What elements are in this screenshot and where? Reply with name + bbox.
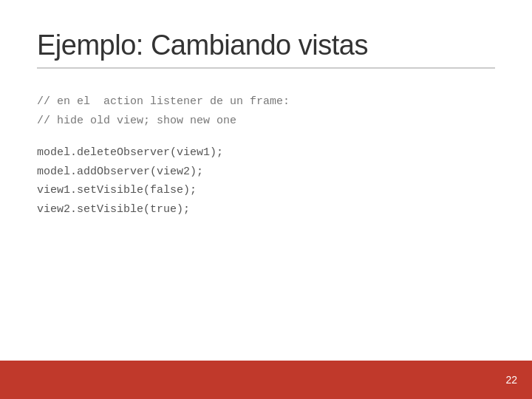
slide-content: Ejemplo: Cambiando vistas // en el actio… [0, 0, 532, 361]
code-comment-2: // hide old view; show new one [37, 112, 495, 131]
slide-title: Ejemplo: Cambiando vistas [37, 30, 495, 61]
title-divider [37, 67, 495, 69]
code-block: // en el action listener de un frame: //… [37, 92, 495, 219]
footer-bar: 22 [0, 361, 532, 399]
slide-container: Ejemplo: Cambiando vistas // en el actio… [0, 0, 532, 399]
slide-number: 22 [505, 374, 517, 386]
code-comment-1: // en el action listener de un frame: [37, 92, 495, 112]
code-line-1: model.deleteObserver(view1); [37, 143, 495, 163]
code-spacer-1 [37, 130, 495, 143]
code-line-2: model.addObserver(view2); [37, 163, 495, 182]
code-line-3: view1.setVisible(false); [37, 181, 495, 200]
code-line-4: view2.setVisible(true); [37, 200, 495, 219]
